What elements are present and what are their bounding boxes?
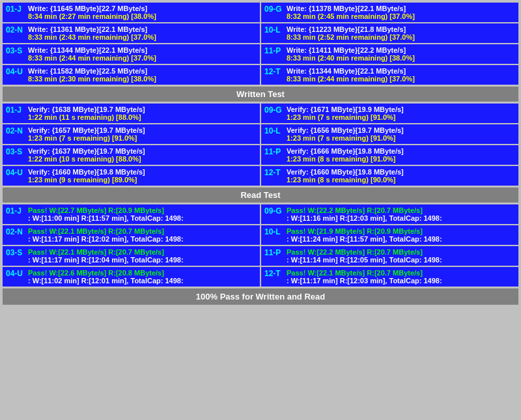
- verify-cell-01j: 01-J Verify: {1638 MByte}[19.7 MByte/s] …: [3, 104, 260, 123]
- pass-device-id-02n: 02-N: [6, 227, 25, 236]
- verify-cell-10l: 10-L Verify: {1656 MByte}[19.7 MByte/s] …: [261, 124, 518, 144]
- verify-line2-04u: 1:23 min (9 s remaining) [89.0%]: [28, 176, 257, 184]
- pass-cell-02n: 02-N Pass! W:[22.1 MByte/s] R:[20.7 MByt…: [3, 225, 260, 245]
- write-grid: 01-J Write: {11645 MByte}[22.7 MByte/s] …: [3, 3, 518, 85]
- verify-line1-10l: Verify: {1656 MByte}[19.7 MByte/s]: [287, 126, 515, 134]
- write-cell-11p: 11-P Write: {11411 MByte}[22.2 MByte/s] …: [261, 44, 518, 64]
- pass-line2-03s: : W:[11:17 min] R:[12:04 min], TotalCap:…: [28, 256, 257, 264]
- verify-line2-02n: 1:23 min (7 s remaining) [91.0%]: [28, 134, 257, 142]
- write-section: 01-J Write: {11645 MByte}[22.7 MByte/s] …: [3, 3, 518, 102]
- read-test-header: Read Test: [3, 188, 518, 203]
- device-id-01j: 01-J: [6, 5, 25, 14]
- write-cell-03s: 03-S Write: {11344 MByte}[22.1 MByte/s] …: [3, 44, 260, 64]
- verify-cell-03s: 03-S Verify: {1637 MByte}[19.7 MByte/s] …: [3, 145, 260, 165]
- write-test-header: Written Test: [3, 87, 518, 102]
- write-line2-11p: 8:33 min (2:40 min remaining) [38.0%]: [287, 54, 515, 62]
- write-line2-09g: 8:32 min (2:45 min remaining) [37.0%]: [287, 12, 515, 20]
- write-cell-01j: 01-J Write: {11645 MByte}[22.7 MByte/s] …: [3, 3, 260, 22]
- write-cell-02n: 02-N Write: {11361 MByte}[22.1 MByte/s] …: [3, 23, 260, 43]
- write-line1-10l: Write: {11223 MByte}[21.8 MByte/s]: [287, 25, 515, 33]
- verify-line2-12t: 1:23 min (8 s remaining) [90.0%]: [287, 176, 515, 184]
- pass-line1-10l: Pass! W:[21.9 MByte/s] R:[20.9 MByte/s]: [287, 227, 515, 235]
- verify-line1-03s: Verify: {1637 MByte}[19.7 MByte/s]: [28, 147, 257, 155]
- pass-device-id-04u: 04-U: [6, 269, 25, 278]
- verify-device-id-09g: 09-G: [264, 105, 284, 115]
- write-line2-02n: 8:33 min (2:43 min remaining) [37.0%]: [28, 33, 257, 41]
- pass-line2-04u: : W:[11:02 min] R:[12:01 min], TotalCap:…: [28, 277, 257, 285]
- verify-line1-04u: Verify: {1660 MByte}[19.8 MByte/s]: [28, 168, 257, 176]
- pass-device-id-01j: 01-J: [6, 206, 25, 216]
- pass-line2-12t: : W:[11:17 min] R:[12:03 min], TotalCap:…: [287, 277, 515, 285]
- verify-line2-11p: 1:23 min (8 s remaining) [91.0%]: [287, 155, 515, 163]
- device-id-10l: 10-L: [264, 25, 284, 35]
- pass-line1-12t: Pass! W:[22.1 MByte/s] R:[20.7 MByte/s]: [287, 269, 515, 277]
- write-line1-01j: Write: {11645 MByte}[22.7 MByte/s]: [28, 5, 257, 12]
- pass-device-id-10l: 10-L: [264, 227, 284, 236]
- verify-device-id-12t: 12-T: [264, 168, 284, 177]
- verify-device-id-02n: 02-N: [6, 126, 25, 135]
- write-line2-12t: 8:33 min (2:44 min remaining) [37.0%]: [287, 75, 515, 83]
- pass-line1-03s: Pass! W:[22.1 MByte/s] R:[20.7 MByte/s]: [28, 248, 257, 256]
- verify-device-id-03s: 03-S: [6, 147, 25, 156]
- read-section: 01-J Pass! W:[22.7 MByte/s] R:[20.9 MByt…: [3, 204, 518, 287]
- verify-line2-10l: 1:23 min (7 s remaining) [91.0%]: [287, 134, 515, 142]
- verify-cell-02n: 02-N Verify: {1657 MByte}[19.7 MByte/s] …: [3, 124, 260, 144]
- pass-line1-11p: Pass! W:[22.2 MByte/s] R:[20.7 MByte/s]: [287, 248, 515, 256]
- write-cell-09g: 09-G Write: {11378 MByte}[22.1 MByte/s] …: [261, 3, 518, 22]
- pass-device-id-11p: 11-P: [264, 248, 284, 257]
- write-cell-12t: 12-T Write: {11344 MByte}[22.1 MByte/s] …: [261, 65, 518, 85]
- pass-cell-04u: 04-U Pass! W:[22.6 MByte/s] R:[20.8 MByt…: [3, 267, 260, 287]
- pass-cell-09g: 09-G Pass! W:[22.2 MByte/s] R:[20.7 MByt…: [261, 204, 518, 224]
- pass-line2-11p: : W:[11:14 min] R:[12:05 min], TotalCap:…: [287, 256, 515, 264]
- verify-device-id-10l: 10-L: [264, 126, 284, 135]
- verify-grid: 01-J Verify: {1638 MByte}[19.7 MByte/s] …: [3, 104, 518, 186]
- verify-cell-11p: 11-P Verify: {1666 MByte}[19.8 MByte/s] …: [261, 145, 518, 165]
- footer-status: 100% Pass for Written and Read: [3, 288, 518, 305]
- device-id-11p: 11-P: [264, 46, 284, 55]
- verify-device-id-11p: 11-P: [264, 147, 284, 156]
- pass-device-id-03s: 03-S: [6, 248, 25, 257]
- verify-cell-04u: 04-U Verify: {1660 MByte}[19.8 MByte/s] …: [3, 166, 260, 186]
- write-line2-10l: 8:33 min (2:52 min remaining) [37.0%]: [287, 33, 515, 41]
- verify-line2-01j: 1:22 min (11 s remaining) [88.0%]: [28, 113, 257, 121]
- verify-line1-01j: Verify: {1638 MByte}[19.7 MByte/s]: [28, 105, 257, 113]
- write-cell-10l: 10-L Write: {11223 MByte}[21.8 MByte/s] …: [261, 23, 518, 43]
- pass-line1-09g: Pass! W:[22.2 MByte/s] R:[20.7 MByte/s]: [287, 206, 515, 214]
- pass-line1-01j: Pass! W:[22.7 MByte/s] R:[20.9 MByte/s]: [28, 206, 257, 214]
- write-line1-09g: Write: {11378 MByte}[22.1 MByte/s]: [287, 5, 515, 12]
- write-line1-03s: Write: {11344 MByte}[22.1 MByte/s]: [28, 46, 257, 54]
- pass-line2-10l: : W:[11:24 min] R:[11:57 min], TotalCap:…: [287, 235, 515, 243]
- verify-line1-12t: Verify: {1660 MByte}[19.8 MByte/s]: [287, 168, 515, 176]
- read-grid: 01-J Pass! W:[22.7 MByte/s] R:[20.9 MByt…: [3, 204, 518, 287]
- write-line1-11p: Write: {11411 MByte}[22.2 MByte/s]: [287, 46, 515, 54]
- pass-line2-02n: : W:[11:17 min] R:[12:02 min], TotalCap:…: [28, 235, 257, 243]
- verify-line1-02n: Verify: {1657 MByte}[19.7 MByte/s]: [28, 126, 257, 134]
- pass-cell-10l: 10-L Pass! W:[21.9 MByte/s] R:[20.9 MByt…: [261, 225, 518, 245]
- pass-cell-01j: 01-J Pass! W:[22.7 MByte/s] R:[20.9 MByt…: [3, 204, 260, 224]
- pass-line2-09g: : W:[11:16 min] R:[12:03 min], TotalCap:…: [287, 214, 515, 222]
- verify-line1-11p: Verify: {1666 MByte}[19.8 MByte/s]: [287, 147, 515, 155]
- pass-device-id-12t: 12-T: [264, 269, 284, 278]
- device-id-02n: 02-N: [6, 25, 25, 35]
- verify-device-id-04u: 04-U: [6, 168, 25, 177]
- write-line2-04u: 8:33 min (2:30 min remaining) [38.0%]: [28, 75, 257, 83]
- verify-line2-03s: 1:22 min (10 s remaining) [88.0%]: [28, 155, 257, 163]
- verify-line1-09g: Verify: {1671 MByte}[19.9 MByte/s]: [287, 105, 515, 113]
- main-container: 01-J Write: {11645 MByte}[22.7 MByte/s] …: [0, 0, 521, 307]
- pass-cell-11p: 11-P Pass! W:[22.2 MByte/s] R:[20.7 MByt…: [261, 246, 518, 266]
- verify-cell-12t: 12-T Verify: {1660 MByte}[19.8 MByte/s] …: [261, 166, 518, 186]
- device-id-04u: 04-U: [6, 67, 25, 76]
- pass-cell-03s: 03-S Pass! W:[22.1 MByte/s] R:[20.7 MByt…: [3, 246, 260, 266]
- verify-line2-09g: 1:23 min (7 s remaining) [91.0%]: [287, 113, 515, 121]
- pass-line2-01j: : W:[11:00 min] R:[11:57 min], TotalCap:…: [28, 214, 257, 222]
- verify-section: 01-J Verify: {1638 MByte}[19.7 MByte/s] …: [3, 104, 518, 203]
- device-id-09g: 09-G: [264, 5, 284, 14]
- pass-line1-04u: Pass! W:[22.6 MByte/s] R:[20.8 MByte/s]: [28, 269, 257, 277]
- write-line2-03s: 8:33 min (2:44 min remaining) [37.0%]: [28, 54, 257, 62]
- device-id-12t: 12-T: [264, 67, 284, 76]
- verify-device-id-01j: 01-J: [6, 105, 25, 115]
- pass-cell-12t: 12-T Pass! W:[22.1 MByte/s] R:[20.7 MByt…: [261, 267, 518, 287]
- pass-line1-02n: Pass! W:[22.1 MByte/s] R:[20.7 MByte/s]: [28, 227, 257, 235]
- write-line1-04u: Write: {11582 MByte}[22.5 MByte/s]: [28, 67, 257, 75]
- write-line1-02n: Write: {11361 MByte}[22.1 MByte/s]: [28, 25, 257, 33]
